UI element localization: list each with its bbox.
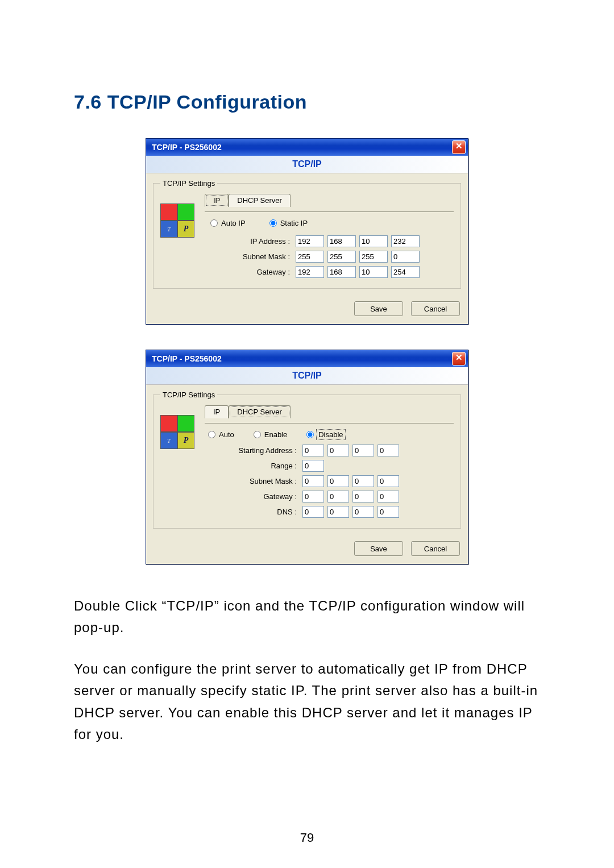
page-number: 79 <box>0 830 614 845</box>
start-octet-4[interactable] <box>377 445 399 456</box>
gw-octet-4[interactable] <box>377 491 399 502</box>
start-octet-3[interactable] <box>352 445 374 456</box>
range-input[interactable] <box>302 460 324 472</box>
paragraph-2: You can configure the print server to au… <box>74 658 540 746</box>
groupbox-legend: TCP/IP Settings <box>160 391 217 399</box>
ip-octet-3[interactable] <box>359 235 388 247</box>
save-button[interactable]: Save <box>354 301 403 316</box>
radio-auto-ip[interactable]: Auto IP <box>210 219 246 227</box>
paragraph-1: Double Click “TCP/IP” icon and the TCP/I… <box>74 595 540 639</box>
tcpip-settings-group: TCP/IP Settings TP IP DHCP Server <box>153 179 461 289</box>
save-button[interactable]: Save <box>354 541 403 556</box>
dns-octet-2[interactable] <box>327 506 349 518</box>
radio-disable[interactable]: Disable <box>306 430 344 439</box>
radio-auto-ip-label: Auto IP <box>221 219 246 227</box>
cancel-button[interactable]: Cancel <box>411 301 460 316</box>
ip-octet-2[interactable] <box>327 235 356 247</box>
body-paragraphs: Double Click “TCP/IP” icon and the TCP/I… <box>74 595 540 745</box>
ip-address-label: IP Address : <box>222 237 292 246</box>
tcpip-logo-icon: TP <box>160 203 194 238</box>
ip-octet-4[interactable] <box>391 235 420 247</box>
gw-octet-2[interactable] <box>327 491 349 502</box>
gw-octet-2[interactable] <box>327 266 356 278</box>
titlebar: TCP/IP - PS256002 ✕ <box>146 139 468 156</box>
tcpip-logo-icon: TP <box>160 415 194 449</box>
mask-octet-2[interactable] <box>327 475 349 487</box>
gw-octet-3[interactable] <box>352 491 374 502</box>
gw-octet-1[interactable] <box>296 266 324 278</box>
cancel-button[interactable]: Cancel <box>411 541 460 556</box>
radio-disable-label: Disable <box>317 430 344 439</box>
radio-enable[interactable]: Enable <box>254 430 287 439</box>
mask-octet-3[interactable] <box>359 251 388 263</box>
window-title: TCP/IP - PS256002 <box>152 354 222 363</box>
gateway-label: Gateway : <box>222 268 292 276</box>
dialog-header: TCP/IP <box>146 156 468 173</box>
section-heading: 7.6 TCP/IP Configuration <box>74 91 540 113</box>
radio-static-ip-label: Static IP <box>280 219 308 227</box>
dns-octet-3[interactable] <box>352 506 374 518</box>
tabstrip: IP DHCP Server <box>205 193 454 206</box>
subnet-mask-label: Subnet Mask : <box>222 252 292 261</box>
gw-octet-1[interactable] <box>302 491 324 502</box>
tab-ip[interactable]: IP <box>205 405 229 418</box>
gw-octet-4[interactable] <box>391 266 420 278</box>
mask-octet-4[interactable] <box>391 251 420 263</box>
ip-octet-1[interactable] <box>296 235 324 247</box>
radio-auto-label: Auto <box>219 430 234 439</box>
start-octet-2[interactable] <box>327 445 349 456</box>
dialog-header: TCP/IP <box>146 367 468 385</box>
tab-dhcp-server[interactable]: DHCP Server <box>229 405 291 418</box>
titlebar: TCP/IP - PS256002 ✕ <box>146 350 468 367</box>
gw-octet-3[interactable] <box>359 266 388 278</box>
dns-octet-1[interactable] <box>302 506 324 518</box>
gateway-label: Gateway : <box>222 492 299 501</box>
dns-label: DNS : <box>222 508 299 516</box>
radio-static-ip[interactable]: Static IP <box>269 219 308 227</box>
mask-octet-2[interactable] <box>327 251 356 263</box>
tcpip-dialog-dhcp: TCP/IP - PS256002 ✕ TCP/IP TCP/IP Settin… <box>146 350 468 564</box>
radio-enable-label: Enable <box>264 430 287 439</box>
mask-octet-1[interactable] <box>296 251 324 263</box>
close-icon[interactable]: ✕ <box>452 140 466 154</box>
tab-dhcp-server[interactable]: DHCP Server <box>229 194 291 207</box>
close-icon[interactable]: ✕ <box>452 352 466 366</box>
range-label: Range : <box>222 462 299 470</box>
groupbox-legend: TCP/IP Settings <box>160 179 217 188</box>
mask-octet-4[interactable] <box>377 475 399 487</box>
radio-auto[interactable]: Auto <box>208 430 234 439</box>
tcpip-dialog-ip: TCP/IP - PS256002 ✕ TCP/IP TCP/IP Settin… <box>146 138 468 325</box>
mask-octet-1[interactable] <box>302 475 324 487</box>
dns-octet-4[interactable] <box>377 506 399 518</box>
tab-ip[interactable]: IP <box>205 194 229 207</box>
tabstrip: IP DHCP Server <box>205 405 454 418</box>
starting-address-label: Starting Address : <box>222 446 299 455</box>
window-title: TCP/IP - PS256002 <box>152 143 222 152</box>
start-octet-1[interactable] <box>302 445 324 456</box>
tcpip-settings-group: TCP/IP Settings TP IP DHCP Server <box>153 391 461 529</box>
subnet-mask-label: Subnet Mask : <box>222 477 299 485</box>
mask-octet-3[interactable] <box>352 475 374 487</box>
